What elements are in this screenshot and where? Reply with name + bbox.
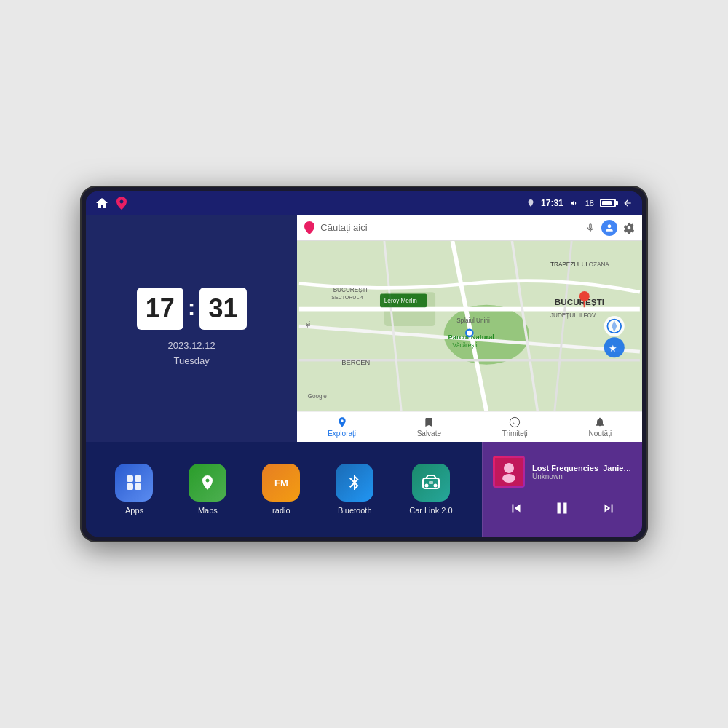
app-item-carlink[interactable]: Car Link 2.0 (409, 464, 452, 515)
map-search-placeholder: Căutați aici (320, 222, 579, 233)
map-nav-send-label: Trimiteți (502, 430, 528, 438)
status-left (95, 197, 127, 210)
maps-pin-status-icon (116, 197, 127, 210)
svg-text:OZANA: OZANA (589, 261, 610, 268)
svg-point-44 (504, 463, 514, 473)
app-item-bluetooth[interactable]: Bluetooth (336, 464, 373, 515)
svg-rect-38 (135, 483, 141, 490)
svg-text:SECTORUL 4: SECTORUL 4 (332, 295, 364, 300)
map-nav-explore[interactable]: Explorați (328, 416, 356, 438)
svg-text:+: + (513, 421, 515, 425)
svg-text:și: și (306, 321, 311, 328)
top-section: 17 : 31 2023.12.12 Tuesday (86, 215, 642, 442)
map-nav-explore-label: Explorați (328, 430, 356, 438)
svg-text:Splaiul Unirii: Splaiul Unirii (457, 317, 491, 324)
map-search-bar[interactable]: Căutați aici (297, 215, 642, 241)
music-text: Lost Frequencies_Janieck Devy-... Unknow… (532, 464, 632, 480)
back-icon[interactable] (622, 198, 633, 208)
radio-label: radio (272, 506, 290, 515)
svg-point-21 (579, 291, 590, 301)
app-item-radio[interactable]: FM radio (262, 464, 300, 515)
svg-point-45 (502, 474, 515, 483)
svg-rect-35 (127, 475, 133, 482)
mic-icon[interactable] (585, 223, 596, 233)
clock-colon: : (188, 294, 196, 321)
radio-icon: FM (262, 464, 300, 502)
screen: 17:31 18 (86, 191, 642, 537)
bluetooth-label: Bluetooth (338, 506, 371, 515)
map-body[interactable]: Splaiul Unirii Parcul Natural Văcărești … (297, 241, 642, 411)
battery-icon (600, 199, 616, 207)
bluetooth-icon (336, 464, 373, 502)
music-controls (493, 494, 632, 523)
prev-button[interactable] (505, 496, 528, 520)
map-nav-saved[interactable]: Salvate (417, 416, 441, 438)
map-nav-news-label: Noutăți (588, 430, 612, 438)
svg-point-41 (433, 484, 437, 488)
music-player: Lost Frequencies_Janieck Devy-... Unknow… (482, 442, 642, 537)
svg-text:BUCUREȘTI: BUCUREȘTI (333, 287, 368, 293)
google-maps-pin-icon (304, 221, 314, 234)
clock-date: 2023.12.12 Tuesday (168, 339, 215, 369)
map-nav-news[interactable]: Noutăți (588, 416, 612, 438)
svg-text:BERCENI: BERCENI (342, 359, 373, 366)
svg-point-40 (424, 484, 428, 488)
map-svg: Splaiul Unirii Parcul Natural Văcărești … (297, 241, 642, 411)
main-content: 17 : 31 2023.12.12 Tuesday (86, 215, 642, 537)
location-icon (526, 199, 535, 207)
car-head-unit: 17:31 18 (80, 186, 648, 542)
clock-minute: 31 (199, 288, 246, 330)
svg-text:TRAPEZULUI: TRAPEZULUI (550, 261, 587, 268)
status-time: 17:31 (541, 198, 563, 208)
next-button[interactable] (597, 496, 620, 520)
music-title: Lost Frequencies_Janieck Devy-... (532, 464, 632, 472)
carlink-icon (412, 464, 450, 502)
apps-label: Apps (125, 506, 143, 515)
album-art (493, 456, 525, 488)
apps-icon (115, 464, 153, 502)
svg-rect-42 (429, 481, 433, 484)
status-bar: 17:31 18 (86, 191, 642, 215)
map-bottom-nav: Explorați Salvate + (297, 411, 642, 442)
map-nav-send[interactable]: + Trimiteți (502, 416, 528, 438)
battery-level: 18 (585, 199, 594, 207)
svg-rect-36 (135, 475, 141, 482)
app-launcher: Apps Maps FM (86, 442, 482, 537)
svg-text:Leroy Merlin: Leroy Merlin (384, 298, 417, 304)
home-icon[interactable] (95, 197, 109, 209)
maps-icon (189, 464, 226, 502)
map-nav-saved-label: Salvate (417, 430, 441, 438)
app-item-maps[interactable]: Maps (189, 464, 226, 515)
clock-hour: 17 (137, 288, 183, 330)
svg-text:BUCUREȘTI: BUCUREȘTI (555, 297, 604, 306)
bottom-section: Apps Maps FM (86, 442, 642, 537)
svg-text:Google: Google (308, 393, 328, 400)
map-settings-icon[interactable] (623, 222, 635, 234)
status-right: 17:31 18 (526, 198, 633, 208)
svg-text:JUDEȚUL ILFOV: JUDEȚUL ILFOV (550, 312, 596, 319)
svg-text:Văcărești: Văcărești (453, 342, 478, 349)
svg-point-26 (467, 331, 472, 336)
play-pause-button[interactable] (550, 496, 574, 520)
app-item-apps[interactable]: Apps (115, 464, 153, 515)
svg-text:★: ★ (609, 343, 617, 354)
carlink-label: Car Link 2.0 (409, 506, 452, 515)
volume-icon (569, 199, 579, 207)
svg-point-33 (510, 417, 520, 427)
clock-digits: 17 : 31 (137, 288, 247, 330)
music-info: Lost Frequencies_Janieck Devy-... Unknow… (493, 456, 632, 488)
maps-label: Maps (198, 506, 218, 515)
music-artist: Unknown (532, 472, 632, 480)
user-avatar[interactable] (601, 220, 617, 236)
map-widget[interactable]: Căutați aici (297, 215, 642, 442)
clock-widget: 17 : 31 2023.12.12 Tuesday (86, 215, 297, 442)
svg-rect-37 (127, 483, 133, 490)
